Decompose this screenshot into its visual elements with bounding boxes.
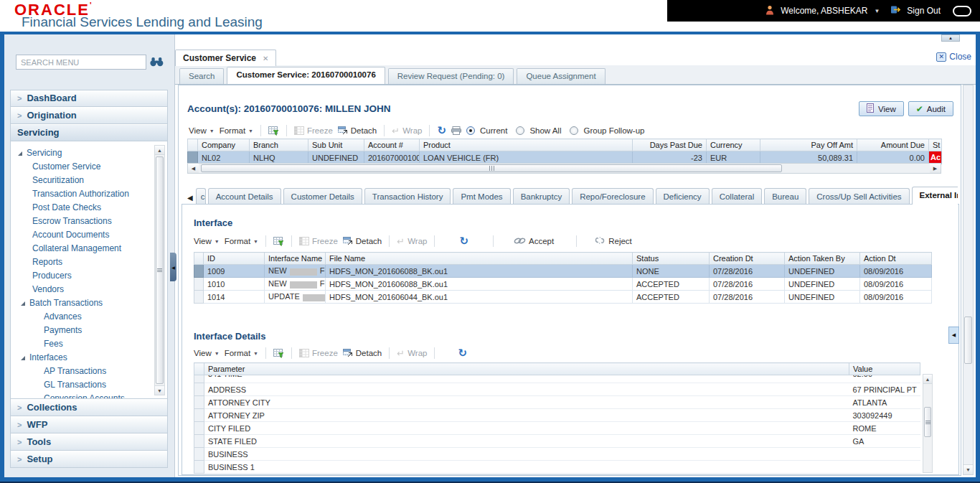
sidebar-item-origination[interactable]: >Origination (11, 108, 167, 124)
filter-table-icon[interactable] (273, 237, 284, 246)
scroll-right-button[interactable]: ▶ (930, 164, 941, 173)
tree-item-producers[interactable]: Producers (11, 269, 151, 283)
params-scrollbar[interactable]: ▲ (923, 374, 933, 473)
view-menu[interactable]: View▼ (189, 126, 215, 135)
hscroll-thumb[interactable] (201, 164, 782, 172)
grid-hscrollbar[interactable]: ◀ ▶ (187, 163, 941, 174)
subtab-review-request[interactable]: Review Request (Pending: 0) (388, 68, 514, 84)
detail-tab-customer-details[interactable]: Customer Details (283, 188, 362, 205)
params-row[interactable]: ATTORNEY ZIP303092449 (194, 409, 920, 422)
detail-tab-collateral[interactable]: Collateral (712, 188, 763, 205)
format-menu[interactable]: Format▼ (220, 126, 253, 135)
subtab-queue-assignment[interactable]: Queue Assignment (517, 68, 605, 84)
scrollbar-up-button[interactable]: ▲ (923, 375, 932, 384)
chevron-down-icon[interactable]: ▼ (874, 8, 880, 14)
freeze-button[interactable]: Freeze (299, 237, 338, 245)
freeze-button[interactable]: Freeze (294, 126, 333, 135)
welcome-menu[interactable]: Welcome, ABSHEKAR (781, 6, 867, 16)
view-menu[interactable]: View▼ (194, 237, 220, 245)
tree-item-conversion-accounts[interactable]: Conversion Accounts (11, 392, 151, 399)
tree-item-gl-transactions[interactable]: GL Transactions (11, 378, 151, 392)
detail-tab-external-interfaces[interactable]: External Interfaces (912, 187, 958, 205)
sidebar-item-setup[interactable]: >Setup (11, 451, 167, 468)
tree-item-fees[interactable]: Fees (11, 337, 151, 351)
reject-button[interactable]: Reject (594, 236, 632, 246)
view-menu[interactable]: View▼ (194, 349, 220, 357)
collapse-up-button[interactable]: ▲ (941, 34, 960, 42)
expand-triangle-icon[interactable] (18, 151, 22, 156)
detail-tab-bureau[interactable]: Bureau (764, 188, 806, 205)
radio-group-follow-up[interactable] (570, 126, 578, 135)
tree-item-escrow-transactions[interactable]: Escrow Transactions (11, 215, 151, 228)
interface-row[interactable]: 1014 UPDATEFILE HDFS_MON_201606044_BK.ou… (194, 291, 932, 304)
window-tab-close-icon[interactable]: ✕ (263, 55, 268, 62)
sidebar-item-servicing-header[interactable]: Servicing (11, 125, 167, 141)
interface-row[interactable]: 1010 NEWFILE HDFS_MON_201606088_BK.ou1 A… (194, 278, 932, 291)
wrap-button[interactable]: ↵Wrap (397, 349, 427, 358)
refresh-button[interactable]: ↻ (459, 236, 468, 246)
wrap-button[interactable]: ↵Wrap (392, 126, 422, 136)
tree-item-ap-transactions[interactable]: AP Transactions (11, 365, 151, 378)
sidebar-item-collections[interactable]: >Collections (11, 400, 167, 416)
detail-tab-deficiency[interactable]: Deficiency (656, 188, 710, 205)
scrollbar-up-button[interactable]: ▲ (155, 146, 164, 155)
detail-tab-cross-up-sell-activities[interactable]: Cross/Up Sell Activities (809, 188, 909, 205)
detach-button[interactable]: Detach (343, 349, 382, 357)
params-row[interactable]: STATE FILEDGA (194, 435, 920, 448)
tree-item-vendors[interactable]: Vendors (11, 283, 151, 296)
scrollbar-down-button[interactable]: ▼ (963, 464, 973, 474)
radio-show-all[interactable] (516, 126, 524, 135)
params-row[interactable]: BUSINESS (194, 448, 920, 461)
vscroll-thumb[interactable] (964, 316, 972, 364)
detail-tab-transaction-history[interactable]: Transaction History (364, 188, 451, 205)
sidebar-collapse-handle[interactable]: ◀ (170, 253, 176, 281)
print-button[interactable] (451, 126, 461, 135)
subtab-customer-service-account[interactable]: Customer Service: 20160700010076 (227, 67, 385, 84)
detail-tab-account-details[interactable]: Account Details (208, 188, 281, 205)
tree-item-securitization[interactable]: Securitization (11, 174, 151, 187)
tree-item-batch-transactions[interactable]: Batch Transactions (11, 296, 151, 310)
binoculars-icon[interactable] (150, 57, 164, 68)
detail-tab-truncated[interactable]: ce (196, 188, 206, 205)
tree-item-servicing[interactable]: Servicing (11, 146, 151, 160)
sidebar-item-dashboard[interactable]: >DashBoard (11, 90, 167, 107)
sign-out-button[interactable]: Sign Out (907, 6, 941, 16)
params-row-clipped[interactable]: 341 TIME 02:00 (194, 375, 920, 383)
search-input[interactable] (16, 55, 146, 70)
tree-item-collateral-management[interactable]: Collateral Management (11, 242, 151, 255)
content-collapse-handle[interactable]: ◀ (948, 327, 959, 344)
scrollbar-thumb[interactable] (156, 156, 164, 384)
tree-item-advances[interactable]: Advances (11, 310, 151, 324)
filter-table-icon[interactable] (268, 126, 279, 136)
subtab-search[interactable]: Search (179, 68, 224, 84)
tree-item-post-date-checks[interactable]: Post Date Checks (11, 201, 151, 215)
window-tab-customer-service[interactable]: Customer Service✕ (175, 50, 276, 66)
detail-tab-bankruptcy[interactable]: Bankruptcy (513, 188, 570, 205)
tree-item-customer-service[interactable]: Customer Service (11, 160, 151, 174)
main-vscrollbar[interactable]: ▼ (963, 85, 974, 475)
format-menu[interactable]: Format▼ (225, 349, 258, 357)
tree-item-reports[interactable]: Reports (11, 255, 151, 269)
tabs-scroll-left-button[interactable]: ◀ (186, 194, 196, 205)
accept-button[interactable]: Accept (514, 237, 554, 246)
tree-item-interfaces[interactable]: Interfaces (11, 351, 151, 365)
params-row[interactable]: ATTORNEY CITYATLANTA (194, 396, 920, 409)
sidebar-item-tools[interactable]: >Tools (11, 434, 167, 451)
view-button[interactable]: View (859, 101, 904, 116)
filter-table-icon[interactable] (273, 349, 284, 358)
detail-tab-repo-foreclosure[interactable]: Repo/Foreclosure (572, 188, 653, 205)
params-row[interactable]: ADDRESS67 PRINCIPAL PT (194, 383, 920, 396)
tree-scrollbar[interactable]: ▲ ▼ (154, 145, 165, 395)
format-menu[interactable]: Format▼ (225, 237, 258, 245)
close-button[interactable]: ✕ Close (936, 52, 971, 62)
refresh-button[interactable]: ↻ (437, 126, 446, 136)
refresh-button[interactable]: ↻ (458, 348, 467, 358)
detach-button[interactable]: Detach (338, 126, 377, 135)
scrollbar-down-button[interactable]: ▼ (155, 385, 164, 395)
params-row[interactable]: CITY FILEDROME (194, 422, 920, 435)
tree-item-account-documents[interactable]: Account Documents (11, 228, 151, 242)
freeze-button[interactable]: Freeze (299, 349, 338, 357)
scrollbar-thumb[interactable] (924, 407, 931, 437)
tree-item-payments[interactable]: Payments (11, 324, 151, 337)
sidebar-item-wfp[interactable]: >WFP (11, 417, 167, 433)
